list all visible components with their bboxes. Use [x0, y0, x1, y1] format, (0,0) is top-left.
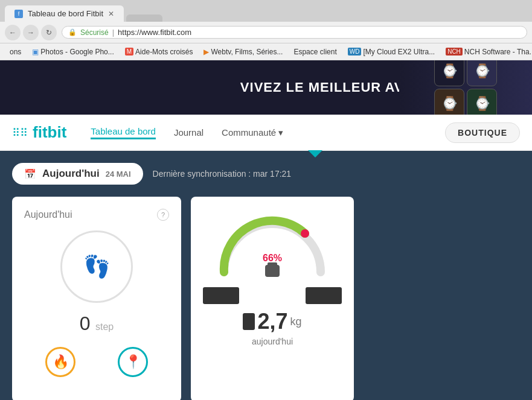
bookmark-item-webtv[interactable]: ▶ Webtv, Films, Séries... [199, 46, 287, 57]
date-bar: 📅 Aujourd'hui 24 MAI Dernière synchronis… [12, 163, 520, 185]
nav-links: Tableau de bord Journal Communauté ▾ [91, 126, 283, 139]
lock-icon: 🔒 [68, 28, 77, 36]
forward-button[interactable]: → [23, 25, 39, 40]
bookmark-label: NCH Software - Tha... [464, 48, 532, 56]
weight-unit: kg [290, 316, 302, 328]
fitbit-nav: ⠿⠿ fitbit Tableau de bord Journal Commun… [0, 115, 532, 151]
watch-3: ⌚ [434, 89, 464, 115]
sync-text: Dernière synchronisation : mar 17:21 [153, 169, 292, 179]
date-day: 24 MAI [106, 170, 131, 179]
svg-point-0 [301, 229, 309, 238]
fire-icon: 🔥 [53, 354, 69, 370]
nav-arrow-indicator [308, 150, 322, 157]
left-black-box [203, 287, 239, 304]
weight-today: aujourd'hui [203, 337, 342, 346]
browser-chrome: f Tableau de bord Fitbit ✕ ← → ↻ 🔒 Sécur… [0, 0, 532, 60]
cards-row: Aujourd'hui ? 👣 0 step 🔥 [12, 197, 520, 400]
inactive-tab[interactable] [126, 14, 162, 22]
url-text: https://www.fitbit.com [118, 28, 191, 37]
steps-value: 0 [80, 313, 91, 334]
boutique-button[interactable]: BOUTIQUE [445, 122, 520, 143]
ad-watches: ⌚ ⌚ ⌚ ⌚ [399, 60, 532, 115]
steps-unit: step [95, 322, 114, 332]
bookmark-label: Espace client [293, 48, 336, 56]
pin-circle: 📍 [118, 347, 148, 377]
bookmark-label: Photos - Google Pho... [40, 48, 114, 56]
date-label: Aujourd'hui [42, 168, 100, 180]
ad-banner: VIVEZ LE MEILLEUR AVEC ⌚ ⌚ ⌚ ⌚ [0, 60, 532, 115]
svg-text:66%: 66% [263, 253, 282, 263]
bookmark-item-mots[interactable]: M Aide-Mots croisés [120, 46, 198, 57]
nav-tableau-bord[interactable]: Tableau de bord [91, 126, 156, 139]
right-black-box [306, 287, 342, 304]
watch-1: ⌚ [434, 60, 464, 86]
pin-icon: 📍 [125, 354, 141, 370]
logo-dots-icon: ⠿⠿ [12, 126, 28, 139]
fire-icon-item: 🔥 [45, 347, 75, 377]
date-pill[interactable]: 📅 Aujourd'hui 24 MAI [12, 163, 143, 185]
gauge-svg: 66% [212, 212, 333, 284]
bookmark-item-espace[interactable]: Espace client [289, 46, 341, 57]
url-bar[interactable]: 🔒 Sécurisé | https://www.fitbit.com [62, 26, 527, 39]
nav-journal[interactable]: Journal [174, 127, 204, 138]
watch-4: ⌚ [467, 89, 497, 115]
steps-count-row: 0 step [24, 313, 169, 335]
bookmark-item[interactable]: ons [5, 46, 26, 57]
steps-circle: 👣 [60, 230, 133, 303]
secure-text: Sécurisé [80, 28, 109, 37]
fire-circle: 🔥 [45, 347, 75, 377]
reload-button[interactable]: ↻ [41, 25, 57, 40]
pin-icon-item: 📍 [118, 347, 148, 377]
weight-value-row: 2,7 kg [203, 309, 342, 334]
bookmark-item-mycloud[interactable]: WD [My Cloud EX2 Ultra... [343, 46, 440, 57]
fitbit-logo: ⠿⠿ fitbit [12, 123, 66, 142]
nav-buttons: ← → ↻ [5, 25, 57, 40]
bookmarks-bar: ons ▣ Photos - Google Pho... M Aide-Mots… [0, 43, 532, 60]
calendar-icon: 📅 [24, 168, 36, 180]
help-icon[interactable]: ? [157, 209, 169, 221]
weight-card: 66% 2,7 kg aujourd'hui [191, 197, 354, 400]
weight-icon-box [243, 313, 255, 330]
bookmark-label: [My Cloud EX2 Ultra... [363, 48, 435, 56]
bookmark-item-nch[interactable]: NCH NCH Software - Tha... [441, 46, 532, 57]
tab-favicon: f [14, 10, 23, 18]
tab-close-button[interactable]: ✕ [108, 10, 114, 18]
weight-labels [203, 287, 342, 304]
bookmark-label: ons [10, 48, 21, 56]
bookmark-label: Webtv, Films, Séries... [211, 48, 283, 56]
bottom-icons: 🔥 📍 [24, 347, 169, 377]
steps-card: Aujourd'hui ? 👣 0 step 🔥 [12, 197, 181, 400]
steps-card-title: Aujourd'hui ? [24, 209, 169, 221]
watch-grid: ⌚ ⌚ ⌚ ⌚ [429, 60, 502, 115]
weight-number: 2,7 [257, 309, 287, 334]
steps-circle-container: 👣 [24, 230, 169, 303]
tab-bar: f Tableau de bord Fitbit ✕ [0, 0, 532, 22]
active-tab[interactable]: f Tableau de bord Fitbit ✕ [5, 5, 124, 22]
dropdown-arrow-icon: ▾ [278, 127, 283, 138]
back-button[interactable]: ← [5, 25, 21, 40]
main-content: 📅 Aujourd'hui 24 MAI Dernière synchronis… [0, 151, 532, 400]
svg-rect-2 [265, 265, 280, 277]
separator: | [112, 28, 114, 37]
gauge-container: 66% [203, 209, 342, 287]
svg-rect-3 [268, 262, 277, 266]
logo-text: fitbit [33, 123, 66, 142]
nav-communaute[interactable]: Communauté ▾ [222, 127, 283, 138]
active-tab-label: Tableau de bord Fitbit [28, 9, 103, 18]
bookmark-label: Aide-Mots croisés [135, 48, 193, 56]
watch-2: ⌚ [467, 60, 497, 86]
bookmark-item-photos[interactable]: ▣ Photos - Google Pho... [27, 46, 118, 57]
address-bar: ← → ↻ 🔒 Sécurisé | https://www.fitbit.co… [0, 22, 532, 43]
